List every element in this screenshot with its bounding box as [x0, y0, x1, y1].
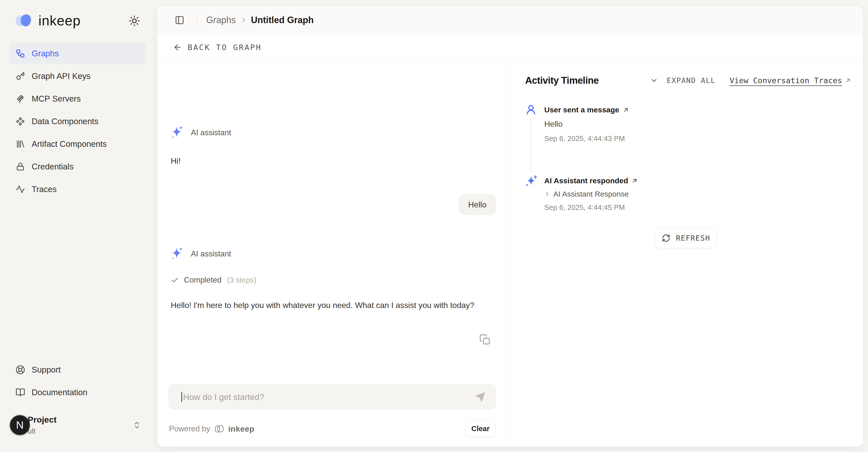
brand-logo: inkeep: [14, 12, 81, 29]
sidebar-item-label: Documentation: [32, 388, 87, 397]
user-message-bubble: Hello: [459, 194, 496, 215]
main-panel: Graphs Untitled Graph BACK TO GRAPH: [157, 5, 863, 447]
chevron-down-icon[interactable]: [650, 77, 658, 84]
view-conversation-traces-link[interactable]: View Conversation Traces: [730, 76, 852, 85]
assistant-label: AI assistant: [191, 249, 231, 258]
timeline-event-assistant-response[interactable]: AI Assistant responded AI Assistant Resp…: [525, 175, 852, 214]
sidebar-toggle-icon[interactable]: [175, 15, 184, 25]
completion-status[interactable]: Completed (3 steps): [171, 276, 256, 285]
workflow-icon: [16, 49, 25, 58]
key-icon: [16, 72, 25, 81]
app-root: inkeep Graphs Graph API Keys: [0, 0, 868, 452]
sidebar-item-label: Credentials: [32, 162, 73, 171]
mcp-icon: [16, 94, 25, 104]
inkeep-logo-icon: [14, 12, 34, 29]
sidebar-item-label: Data Components: [32, 117, 98, 126]
sidebar-footer-nav: Support Documentation: [9, 359, 146, 404]
brand-wordmark: inkeep: [38, 12, 81, 29]
activity-timeline-panel: Activity Timeline EXPAND ALL View Conver…: [509, 60, 863, 447]
ai-sparkle-icon: [170, 125, 184, 141]
assistant-message-header: AI assistant: [170, 125, 231, 141]
refresh-label: REFRESH: [676, 234, 710, 242]
divider: [197, 15, 197, 25]
clear-button[interactable]: Clear: [465, 420, 496, 437]
text-caret: [181, 392, 182, 402]
chevrons-up-down-icon[interactable]: [133, 421, 141, 429]
chat-input[interactable]: How do I get started?: [168, 384, 496, 410]
timeline-event-title-text: AI Assistant responded: [544, 176, 628, 185]
timeline-event-message: Hello: [544, 119, 852, 131]
breadcrumb-section[interactable]: Graphs: [206, 15, 236, 25]
timeline-event-user-message[interactable]: User sent a message Hello Sep 6, 2025, 4…: [525, 104, 852, 145]
timeline-connector: [530, 118, 531, 172]
timeline-header-actions: EXPAND ALL View Conversation Traces: [650, 76, 852, 85]
theme-toggle-button[interactable]: [129, 15, 140, 27]
sidebar-item-artifact-components[interactable]: Artifact Components: [9, 133, 146, 155]
sidebar-item-label: Graphs: [32, 49, 59, 58]
status-label: Completed: [184, 276, 221, 285]
sidebar-item-label: Traces: [32, 185, 57, 194]
breadcrumb-page-title: Untitled Graph: [251, 15, 314, 25]
sidebar-item-mcp-servers[interactable]: MCP Servers: [9, 88, 146, 110]
sidebar-item-label: Graph API Keys: [32, 72, 91, 81]
timeline-event-title[interactable]: AI Assistant responded: [544, 175, 852, 186]
sidebar-item-label: Support: [32, 365, 61, 374]
assistant-message-text: Hello! I'm here to help you with whateve…: [171, 299, 500, 312]
expand-all-button[interactable]: EXPAND ALL: [666, 76, 716, 85]
content-area: AI assistant Hi! Hello AI assistant: [157, 60, 863, 447]
sun-icon: [129, 15, 140, 27]
nextjs-dev-badge[interactable]: N: [10, 415, 30, 435]
sidebar-item-label: MCP Servers: [32, 94, 81, 104]
refresh-icon: [662, 234, 670, 242]
timeline-event-title[interactable]: User sent a message: [544, 104, 852, 115]
timeline-event-body: User sent a message Hello Sep 6, 2025, 4…: [544, 104, 852, 145]
ai-sparkle-icon: [525, 175, 538, 188]
life-buoy-icon: [16, 365, 25, 374]
view-traces-label: View Conversation Traces: [730, 76, 842, 85]
chevron-right-icon: [240, 16, 247, 24]
check-icon: [171, 276, 179, 284]
timeline-event-icon-column: [525, 104, 544, 145]
arrow-up-right-icon: [622, 106, 629, 113]
sidebar-item-graphs[interactable]: Graphs: [9, 43, 146, 64]
sidebar-item-traces[interactable]: Traces: [9, 178, 146, 200]
project-name: Project: [28, 415, 57, 425]
project-selector[interactable]: N Project ult: [10, 414, 146, 442]
back-to-graph-label: BACK TO GRAPH: [188, 43, 262, 52]
chat-playground: AI assistant Hi! Hello AI assistant: [157, 60, 509, 447]
ai-sparkle-icon: [170, 246, 184, 262]
timeline-event-title-text: User sent a message: [544, 106, 619, 114]
sidebar-item-support[interactable]: Support: [9, 359, 146, 380]
timeline-title: Activity Timeline: [525, 75, 599, 86]
arrow-up-right-icon: [631, 177, 638, 184]
component-icon: [16, 117, 25, 126]
back-bar: BACK TO GRAPH: [157, 34, 863, 60]
timeline-header: Activity Timeline EXPAND ALL View Conver…: [525, 74, 852, 87]
status-steps: (3 steps): [227, 276, 256, 284]
timeline-event-sub-label: AI Assistant Response: [553, 190, 629, 198]
timeline-event-body: AI Assistant responded AI Assistant Resp…: [544, 175, 852, 214]
send-icon[interactable]: [475, 391, 486, 403]
user-icon: [525, 104, 537, 115]
inkeep-outline-icon: [214, 424, 225, 434]
back-to-graph-button[interactable]: BACK TO GRAPH: [173, 43, 262, 52]
timeline-event-icon-column: [525, 175, 544, 214]
refresh-button[interactable]: REFRESH: [655, 228, 717, 248]
activity-icon: [16, 185, 25, 194]
powered-by[interactable]: Powered by inkeep: [169, 424, 254, 434]
sidebar-item-credentials[interactable]: Credentials: [9, 156, 146, 177]
sidebar: inkeep Graphs Graph API Keys: [0, 0, 157, 452]
assistant-message-header: AI assistant: [170, 246, 231, 262]
library-icon: [16, 139, 25, 149]
sidebar-item-data-components[interactable]: Data Components: [9, 111, 146, 132]
powered-by-brand: inkeep: [228, 424, 254, 434]
timeline-events: User sent a message Hello Sep 6, 2025, 4…: [525, 104, 852, 214]
lock-icon: [16, 162, 25, 171]
arrow-up-right-icon: [845, 77, 852, 84]
copy-icon[interactable]: [479, 334, 491, 345]
chevron-right-icon: [544, 191, 550, 197]
timeline-event-expandable[interactable]: AI Assistant Response: [544, 189, 852, 199]
sidebar-item-graph-api-keys[interactable]: Graph API Keys: [9, 65, 146, 87]
sidebar-item-documentation[interactable]: Documentation: [9, 382, 146, 403]
book-open-icon: [16, 388, 25, 397]
